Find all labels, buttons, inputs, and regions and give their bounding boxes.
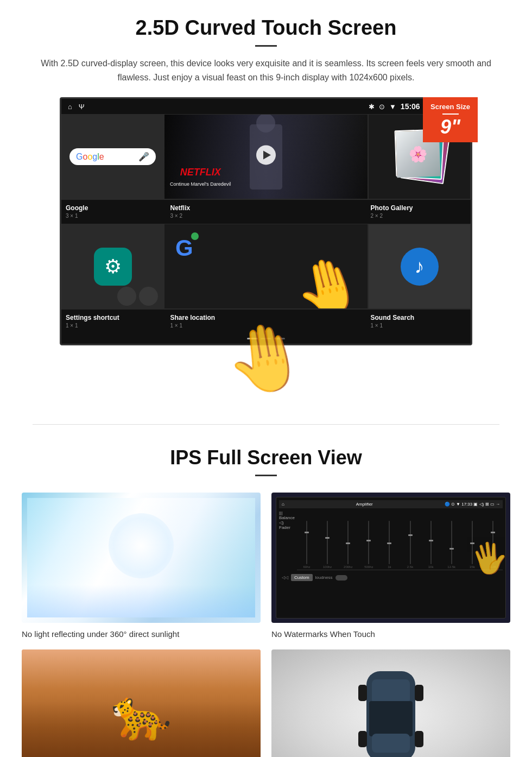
badge-size: 9" <box>430 117 470 137</box>
eq-handle-2 <box>325 537 330 539</box>
app-grid-row2: ⚙ G <box>61 224 471 309</box>
google-cell-content: Google 🎤 <box>62 115 163 199</box>
hand-section: 🤚 <box>33 331 499 397</box>
amp-title: Amplifier <box>356 502 373 507</box>
netflix-image-area: NETFLIX Continue Marvel's Daredevil <box>164 115 368 199</box>
amp-home-icon: ⌂ <box>282 502 284 507</box>
hand-gesture: 🤚 <box>219 314 313 403</box>
loudness-toggle[interactable] <box>335 575 347 581</box>
netflix-cell-content: NETFLIX Continue Marvel's Daredevil <box>164 115 368 199</box>
settings-cell-content: ⚙ <box>62 224 163 308</box>
svg-rect-2 <box>369 701 413 736</box>
eq-handle-1 <box>305 532 309 533</box>
shadow-icon-1 <box>117 287 136 306</box>
sunlight-image <box>22 493 261 623</box>
hand-pointing-icon: 🤚 <box>287 248 368 308</box>
amp-screen: ⌂ Amplifier 🔵 ⊙ ▼ 17:33 ▣ ◁) ⊠ ▭ → ||| B… <box>276 497 506 619</box>
amp-icons: 🔵 ⊙ ▼ 17:33 ▣ ◁) ⊠ ▭ → <box>445 502 500 507</box>
status-bar: ⌂ Ψ ✱ ⊙ ▼ 15:06 ▣ ◁) ⊠ ▭ <box>61 99 471 114</box>
amp-controls: ||| Balance ◁) Fader <box>279 510 503 570</box>
play-button[interactable] <box>256 145 276 165</box>
eq-bar-3: 200hz <box>338 521 358 569</box>
eq-handle-8 <box>449 548 454 550</box>
person-head <box>256 115 275 133</box>
curved-screen-description: With 2.5D curved-display screen, this de… <box>33 56 499 84</box>
settings-icon-bg: ⚙ <box>94 248 132 286</box>
netflix-subtitle: Continue Marvel's Daredevil <box>170 181 231 187</box>
google-app-name: Google <box>66 204 162 212</box>
svg-rect-3 <box>372 734 410 753</box>
ips-title: IPS Full Screen View <box>22 446 510 469</box>
gallery-app-name: Photo Gallery <box>371 204 467 212</box>
feature-car: Large Viewing Angle <box>271 649 510 757</box>
eq-bar-2: 100hz <box>318 521 337 569</box>
amp-balance: ||| Balance ◁) Fader <box>279 510 295 570</box>
netflix-app-size: 3 × 2 <box>170 213 183 219</box>
settings-label-cell: Settings shortcut 1 × 1 <box>61 314 166 329</box>
sound-image-area: ♪ <box>369 224 470 308</box>
sunlight-glare <box>109 513 174 578</box>
settings-app-name: Settings shortcut <box>66 314 162 321</box>
car-image <box>271 649 510 757</box>
eq-handle-4 <box>366 540 371 541</box>
badge-title: Screen Size <box>430 103 470 111</box>
share-app-size: 1 × 1 <box>170 323 183 329</box>
gallery-app-size: 2 × 2 <box>371 213 383 219</box>
page-divider <box>33 424 499 425</box>
eq-bar-5: 1k <box>379 521 399 569</box>
app-cell-settings[interactable]: ⚙ <box>61 224 164 309</box>
usb-icon: Ψ <box>79 103 85 111</box>
svg-rect-6 <box>358 731 367 747</box>
sound-cell-content: ♪ <box>369 224 470 308</box>
g-dot <box>191 232 199 240</box>
feature-grid: No light reflecting under 360° direct su… <box>22 493 510 757</box>
google-app-size: 3 × 1 <box>66 213 78 219</box>
eq-freq-8: 12.5k <box>447 565 455 569</box>
eq-freq-6: 2.5k <box>407 565 413 569</box>
eq-freq-2: 100hz <box>323 565 332 569</box>
sound-icon-bg: ♪ <box>401 248 439 286</box>
amp-time: 17:33 <box>461 502 472 507</box>
svg-rect-1 <box>372 679 410 704</box>
google-image-area: Google 🎤 <box>62 115 163 199</box>
badge-divider <box>442 113 459 115</box>
microphone-icon: 🎤 <box>138 152 149 162</box>
eq-bar-4: 500hz <box>359 521 378 569</box>
sunlight-caption: No light reflecting under 360° direct su… <box>22 629 261 639</box>
music-note-icon: ♪ <box>415 255 425 278</box>
share-image-area: G 🤚 <box>164 224 368 308</box>
amplifier-caption: No Watermarks When Touch <box>271 629 510 639</box>
app-label-row1: Google 3 × 1 Netflix 3 × 2 Photo Gallery… <box>61 199 471 224</box>
amp-back-icon: ◁◁ <box>282 575 288 580</box>
svg-rect-5 <box>415 685 423 701</box>
amp-header: ⌂ Amplifier 🔵 ⊙ ▼ 17:33 ▣ ◁) ⊠ ▭ → <box>279 500 503 508</box>
netflix-label-cell: Netflix 3 × 2 <box>166 204 366 219</box>
sound-app-name: Sound Search <box>371 314 467 321</box>
eq-freq-1: 60hz <box>303 565 311 569</box>
feature-cheetah: 🐆 Super Fast Response <box>22 649 261 757</box>
netflix-logo-area: NETFLIX Continue Marvel's Daredevil <box>170 167 231 188</box>
netflix-logo-text: NETFLIX <box>170 167 231 178</box>
amplifier-image: ⌂ Amplifier 🔵 ⊙ ▼ 17:33 ▣ ◁) ⊠ ▭ → ||| B… <box>271 493 510 623</box>
shadow-icon-2 <box>139 287 158 306</box>
gallery-label-cell: Photo Gallery 2 × 2 <box>366 204 471 219</box>
play-triangle-icon <box>263 150 271 159</box>
car-bg <box>271 649 510 757</box>
app-cell-sound[interactable]: ♪ <box>368 224 471 309</box>
status-time: 15:06 <box>401 102 420 111</box>
title-divider <box>255 45 277 47</box>
eq-track-1 <box>306 521 307 564</box>
eq-bar-6: 2.5k <box>400 521 420 569</box>
app-cell-share[interactable]: G 🤚 <box>164 224 368 309</box>
amp-footer: ◁◁ Custom loudness <box>279 572 503 583</box>
eq-track-5 <box>389 521 390 564</box>
custom-button[interactable]: Custom <box>291 574 313 581</box>
google-search-bar[interactable]: Google 🎤 <box>69 148 156 165</box>
eq-area: 60hz 100hz <box>297 510 503 570</box>
app-cell-google[interactable]: Google 🎤 <box>61 114 164 199</box>
curved-screen-title: 2.5D Curved Touch Screen <box>33 16 499 40</box>
app-cell-netflix[interactable]: NETFLIX Continue Marvel's Daredevil <box>164 114 368 199</box>
eq-track-8 <box>451 521 452 564</box>
app-grid-row1: Google 🎤 <box>61 114 471 199</box>
eq-freq-3: 200hz <box>344 565 352 569</box>
